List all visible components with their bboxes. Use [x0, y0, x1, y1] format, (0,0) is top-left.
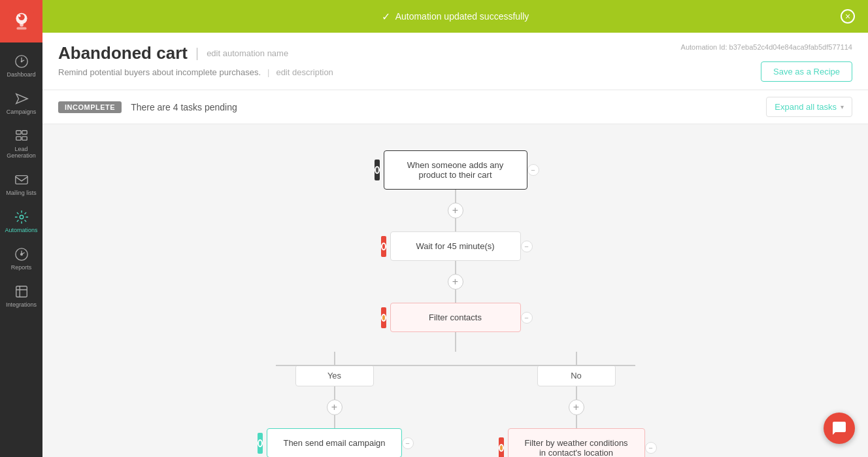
edit-name-link[interactable]: edit automation name — [207, 48, 288, 58]
trigger-node-text: When someone adds any product to their c… — [407, 160, 503, 180]
no-vert-line-bottom — [576, 386, 577, 399]
no-sub-remove[interactable]: − — [645, 442, 657, 454]
wait-node-box[interactable]: Wait for 45 minute(s) — [390, 231, 521, 261]
check-icon: ✓ — [382, 10, 390, 23]
trigger-handle-dot — [375, 166, 380, 174]
sidebar-item-reports[interactable]: Reports — [0, 241, 42, 278]
yes-sub-node-text: Then send email campaign — [283, 438, 385, 448]
automation-description: Remind potential buyers about incomplete… — [58, 67, 261, 77]
filter-remove-button[interactable]: − — [521, 312, 533, 324]
banner-close-button[interactable]: × — [841, 9, 855, 24]
svg-rect-11 — [22, 137, 26, 141]
wait-node[interactable]: Wait for 45 minute(s) − — [390, 231, 521, 261]
yes-add-button[interactable]: + — [327, 399, 342, 415]
trigger-remove-button[interactable]: − — [527, 164, 539, 176]
sidebar-item-dashboard[interactable]: Dashboard — [0, 48, 42, 85]
canvas-inner: When someone adds any product to their c… — [42, 124, 868, 457]
automation-canvas: When someone adds any product to their c… — [42, 124, 868, 457]
trigger-node-box[interactable]: When someone adds any product to their c… — [384, 150, 527, 190]
svg-point-4 — [20, 22, 24, 26]
edit-description-link[interactable]: edit description — [276, 67, 333, 77]
yes-sub-node-box[interactable]: Then send email campaign — [267, 428, 401, 457]
line-1b — [455, 218, 456, 231]
no-sub-handle-bar — [499, 437, 504, 457]
chat-bubble-button[interactable] — [824, 413, 855, 444]
yes-vert-line-top — [334, 352, 335, 365]
connector-1: + — [448, 190, 463, 231]
trigger-handle-bar — [375, 160, 380, 180]
sidebar-item-campaigns[interactable]: Campaigns — [0, 85, 42, 122]
page-title: Abandoned cart — [58, 43, 188, 63]
add-button-2[interactable]: + — [448, 274, 463, 290]
expand-all-label: Expand all tasks — [775, 102, 837, 112]
sidebar: Dashboard Campaigns Lead Generation — [0, 0, 42, 457]
svg-rect-9 — [22, 130, 26, 134]
sidebar-item-mailing-lists[interactable]: Mailing lists — [0, 166, 42, 203]
campaigns-icon — [14, 92, 29, 106]
filter-node-box[interactable]: Filter contacts — [390, 303, 521, 332]
sidebar-item-lead-generation[interactable]: Lead Generation — [0, 122, 42, 167]
toolbar-left: INCOMPLETE There are 4 tasks pending — [58, 101, 237, 113]
no-sub-handle-dot — [499, 444, 504, 452]
no-sub-node-box[interactable]: Filter by weather conditions in contact'… — [508, 428, 645, 457]
integrations-icon — [14, 284, 29, 299]
svg-rect-10 — [16, 137, 20, 141]
yes-vert-line-bottom — [334, 386, 335, 399]
sidebar-item-integrations[interactable]: Integrations — [0, 278, 42, 315]
page-header: Abandoned cart | edit automation name Re… — [42, 33, 868, 90]
svg-point-15 — [20, 253, 22, 255]
expand-all-button[interactable]: Expand all tasks ▾ — [766, 97, 852, 117]
svg-point-2 — [18, 14, 25, 20]
yes-sub-node[interactable]: Then send email campaign − — [267, 428, 401, 457]
toolbar-row: INCOMPLETE There are 4 tasks pending Exp… — [42, 90, 868, 124]
connector-2: + — [448, 261, 463, 303]
expand-dropdown-arrow: ▾ — [841, 103, 844, 110]
wait-remove-button[interactable]: − — [521, 241, 533, 252]
no-add-button[interactable]: + — [569, 399, 584, 415]
description-row: Remind potential buyers about incomplete… — [58, 67, 333, 77]
sidebar-item-mailing-label: Mailing lists — [6, 190, 37, 197]
pending-tasks-text: There are 4 tasks pending — [131, 102, 237, 112]
wait-node-text: Wait for 45 minute(s) — [416, 241, 494, 251]
title-divider: | — [195, 46, 199, 61]
main-content: ✓ Automation updated successfully × Aban… — [42, 0, 868, 457]
yes-sub-remove[interactable]: − — [402, 437, 414, 449]
no-vert-line-top — [576, 352, 577, 365]
sidebar-item-reports-label: Reports — [11, 264, 32, 271]
reports-icon — [14, 247, 29, 262]
sidebar-item-integrations-label: Integrations — [6, 301, 37, 309]
automations-icon — [14, 210, 29, 224]
chat-icon — [831, 420, 847, 436]
no-sub-node[interactable]: Filter by weather conditions in contact'… — [508, 428, 645, 457]
dashboard-icon — [14, 54, 29, 69]
filter-handle-bar — [381, 307, 386, 328]
title-row: Abandoned cart | edit automation name — [58, 43, 333, 63]
sidebar-item-campaigns-label: Campaigns — [7, 109, 37, 116]
sidebar-item-lead-gen-label: Lead Generation — [3, 146, 40, 160]
yes-branch-label[interactable]: Yes — [295, 365, 374, 386]
no-branch-arm: No + Filter by weather conditions in con… — [485, 352, 668, 457]
filter-node-text: Filter contacts — [429, 313, 482, 322]
trigger-node[interactable]: When someone adds any product to their c… — [384, 150, 527, 190]
add-button-1[interactable]: + — [448, 203, 463, 218]
wait-handle-bar — [381, 236, 386, 257]
sidebar-logo[interactable] — [0, 0, 42, 42]
filter-node[interactable]: Filter contacts − — [390, 303, 521, 332]
save-recipe-button[interactable]: Save as a Recipe — [761, 61, 852, 82]
filter-handle-dot — [381, 314, 386, 322]
yes-sub-handle-dot — [258, 439, 263, 447]
mailing-icon — [14, 173, 29, 187]
desc-divider: | — [267, 67, 269, 77]
sidebar-navigation: Dashboard Campaigns Lead Generation — [0, 42, 42, 314]
yes-branch-arm: Yes + Then send email campaign — [243, 352, 426, 457]
branch-horizontal-line — [276, 365, 635, 366]
banner-message: ✓ Automation updated successfully — [382, 10, 529, 23]
logo-icon — [9, 9, 34, 34]
svg-rect-12 — [15, 176, 27, 184]
svg-point-7 — [20, 61, 22, 63]
no-branch-label[interactable]: No — [537, 365, 616, 386]
banner-text: Automation updated successfully — [395, 11, 529, 22]
sidebar-item-automations[interactable]: Automations — [0, 203, 42, 241]
wait-handle-dot — [381, 243, 386, 250]
branch-top-line — [455, 332, 456, 352]
